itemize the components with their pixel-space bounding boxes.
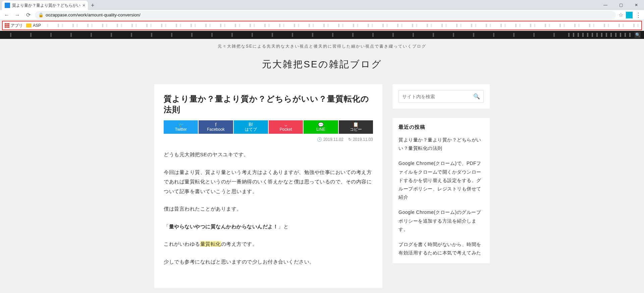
search-icon[interactable]: 🔍 bbox=[473, 93, 480, 100]
bold-quote: 量やらないやつに質なんかわからないんだよ！ bbox=[169, 224, 278, 229]
paragraph: 少しでも参考になればと思いますので少しお付き合いください。 bbox=[164, 257, 373, 267]
post-title: 質より量か？量より質か？どちらがいい？量質転化の法則 bbox=[164, 94, 373, 115]
apps-label: アプリ bbox=[11, 23, 23, 28]
folder-icon bbox=[26, 23, 32, 27]
apps-icon bbox=[5, 23, 9, 28]
browser-tab[interactable]: 質より量か？量より質か？どちらがい × bbox=[2, 1, 88, 10]
lock-icon: 🔒 bbox=[38, 12, 44, 17]
reload-button[interactable]: ⟳ bbox=[24, 11, 32, 19]
share-pocket[interactable]: ⌵Pocket bbox=[269, 120, 303, 134]
search-widget: 🔍 bbox=[392, 84, 490, 109]
maximize-button[interactable]: ▢ bbox=[613, 0, 629, 10]
hatebu-icon: B! bbox=[249, 122, 253, 127]
date-updated: ↻2019.11.03 bbox=[348, 137, 373, 142]
asp-bookmark[interactable]: ASP bbox=[26, 23, 41, 28]
recent-post-link[interactable]: 質より量か？量より質か？どちらがいい？量質転化の法則 bbox=[398, 136, 484, 153]
share-hatebu[interactable]: B!はてブ bbox=[234, 120, 268, 134]
site-subtitle: 元々大雑把なSEによる先天的な大きい視点と後天的に習得した細かい視点で書き綴って… bbox=[0, 39, 644, 51]
paragraph: 「量やらないやつに質なんかわからないんだよ！」と bbox=[164, 222, 373, 232]
site-title[interactable]: 元大雑把SEの雑記ブログ bbox=[0, 51, 644, 84]
address-bar[interactable]: 🔒 oozappase.com/work/amount-quality-conv… bbox=[35, 11, 616, 19]
article-main: 質より量か？量より質か？どちらがいい？量質転化の法則 🐦Twitter fFac… bbox=[154, 84, 382, 288]
highlight: 量質転化 bbox=[200, 241, 221, 247]
extension-icon[interactable] bbox=[626, 12, 633, 18]
search-box[interactable]: 🔍 bbox=[398, 90, 484, 103]
paragraph: どうも元大雑把SEのヤスユキです。 bbox=[164, 150, 373, 160]
twitter-icon: 🐦 bbox=[178, 122, 184, 127]
facebook-icon: f bbox=[215, 122, 217, 127]
date-published: 🕒2019.11.02 bbox=[317, 137, 343, 142]
forward-button[interactable]: → bbox=[13, 11, 21, 19]
share-twitter[interactable]: 🐦Twitter bbox=[164, 120, 198, 134]
close-window-button[interactable]: ✕ bbox=[629, 0, 644, 10]
favicon bbox=[5, 3, 10, 8]
refresh-icon: ↻ bbox=[348, 137, 352, 142]
paragraph: これがいわゆる量質転化の考え方です。 bbox=[164, 239, 373, 249]
search-input[interactable] bbox=[402, 94, 473, 99]
new-tab-button[interactable]: + bbox=[88, 1, 97, 10]
clock-icon: 🕒 bbox=[317, 137, 322, 142]
paragraph: 僕は昔言われたことがあります。 bbox=[164, 204, 373, 214]
nav-blur-right bbox=[565, 33, 632, 37]
close-tab-icon[interactable]: × bbox=[83, 3, 85, 8]
share-copy[interactable]: 📋コピー bbox=[339, 120, 373, 134]
nav-search-icon[interactable]: 🔍 bbox=[635, 32, 641, 38]
bookmarks-bar: アプリ ASP bbox=[2, 21, 642, 30]
recent-post-link[interactable]: Google Chrome(クローム)のグループポリシーを追加する方法を紹介しま… bbox=[398, 208, 484, 234]
url-text: oozappase.com/work/amount-quality-conver… bbox=[46, 12, 141, 17]
share-facebook[interactable]: fFacebook bbox=[199, 120, 233, 134]
line-icon: 💬 bbox=[318, 122, 324, 127]
asp-label: ASP bbox=[33, 23, 41, 28]
recent-post-link[interactable]: ブログを書く時間がないから、時間を有効活用するために本気で考えてみた bbox=[398, 240, 484, 257]
site-nav: 🔍 bbox=[0, 31, 644, 39]
copy-icon: 📋 bbox=[353, 122, 359, 127]
tab-title: 質より量か？量より質か？どちらがい bbox=[12, 3, 80, 8]
nav-blur-left bbox=[3, 33, 562, 37]
minimize-button[interactable]: — bbox=[598, 0, 613, 10]
menu-icon[interactable]: ⋮ bbox=[635, 11, 641, 19]
bookmark-blur bbox=[44, 24, 639, 27]
recent-post-link[interactable]: Google Chrome(クローム)で、PDFファイルをクロームで開くかダウン… bbox=[398, 159, 484, 201]
apps-bookmark[interactable]: アプリ bbox=[5, 23, 23, 28]
paragraph: 今回は量より質、質より量という考え方はよくありますが、勉強や仕事においての考え方… bbox=[164, 168, 373, 196]
widget-title: 最近の投稿 bbox=[398, 124, 484, 130]
star-icon[interactable]: ☆ bbox=[619, 12, 623, 18]
share-line[interactable]: 💬LINE bbox=[304, 120, 338, 134]
pocket-icon: ⌵ bbox=[284, 122, 287, 127]
back-button[interactable]: ← bbox=[3, 11, 11, 19]
recent-widget: 最近の投稿 質より量か？量より質か？どちらがいい？量質転化の法則 Google … bbox=[392, 118, 490, 263]
